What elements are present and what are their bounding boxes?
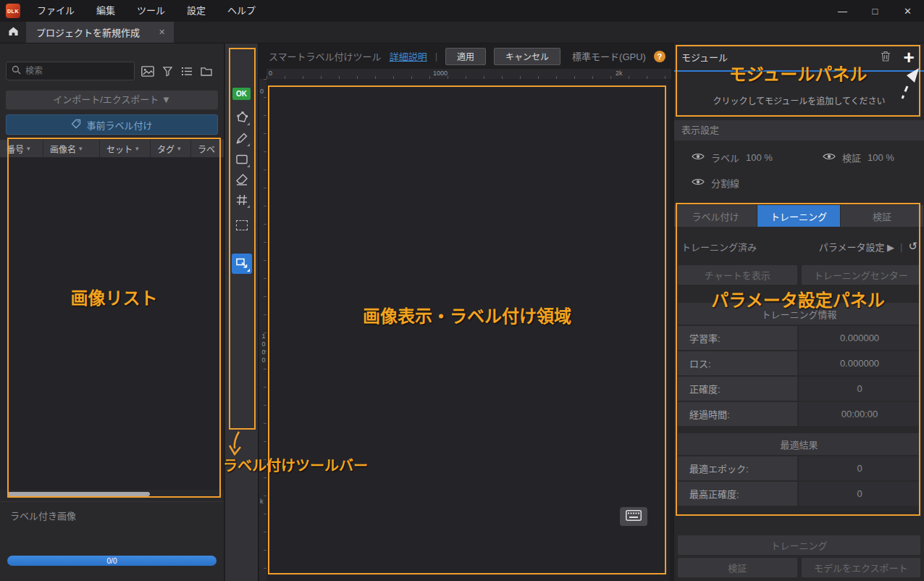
prelabel-button[interactable]: 事前ラベル付け <box>6 114 218 135</box>
cancel-button[interactable]: キャンセル <box>494 48 560 65</box>
label-visibility-text: ラベル <box>711 151 739 164</box>
training-info-table: トレーニング情報 学習率:0.000000 ロス:0.000000 正確度:0 … <box>678 303 920 427</box>
folder-icon[interactable] <box>201 67 212 76</box>
horizontal-scrollbar[interactable] <box>0 490 224 497</box>
image-filter-icon[interactable] <box>141 66 154 77</box>
verify-opacity-value[interactable]: 100 % <box>868 152 894 163</box>
search-row <box>6 62 219 80</box>
column-label: 番号 <box>7 143 24 155</box>
menu-edit[interactable]: 編集 <box>85 0 126 22</box>
smart-tool-toolbar: スマートラベル付けツール 詳細説明 | 適用 キャンセル 標準モード(GPU) … <box>259 43 673 69</box>
label-opacity-value[interactable]: 100 % <box>746 152 773 163</box>
marquee-tool-button[interactable] <box>232 215 252 235</box>
parameter-settings-link[interactable]: パラメータ設定 ▶ <box>819 240 894 254</box>
filter-arrow-icon[interactable]: ▾ <box>135 145 139 152</box>
tab-validation[interactable]: 検証 <box>841 205 924 227</box>
label-visibility-item[interactable]: ラベル 100 % <box>692 147 773 167</box>
prelabel-icon <box>71 119 81 131</box>
tab-close-icon[interactable]: ✕ <box>159 28 165 37</box>
filter-arrow-icon[interactable]: ▾ <box>177 145 181 152</box>
column-tag[interactable]: タグ▾ <box>151 140 191 157</box>
eye-icon[interactable] <box>692 177 705 188</box>
app-window: DLK ファイル 編集 ツール 設定 ヘルプ — □ ✕ プロジェクトを新規作成… <box>0 0 924 581</box>
divider-visibility-text: 分割線 <box>711 176 739 190</box>
image-table-header: 番号▾ 画像名▾ セット▾ タグ▾ ラベ <box>0 140 224 157</box>
delete-module-button[interactable] <box>878 48 894 67</box>
gpu-mode-label: 標準モード(GPU) <box>572 49 646 63</box>
search-input[interactable] <box>25 66 119 76</box>
validate-button[interactable]: 検証 <box>678 558 797 577</box>
scrollbar-thumb[interactable] <box>7 492 150 496</box>
filter-icon[interactable] <box>162 66 173 77</box>
show-chart-button[interactable]: チャートを表示 <box>678 265 797 285</box>
minimize-button[interactable]: — <box>826 0 859 22</box>
menu-tools[interactable]: ツール <box>126 0 176 22</box>
visibility-row-2: 分割線 <box>674 172 924 193</box>
row-label: 学習率: <box>678 326 797 350</box>
divider-visibility-item[interactable]: 分割線 <box>692 172 739 193</box>
rect-select-tool-button[interactable] <box>232 254 252 274</box>
flyout-corner-icon <box>247 205 250 208</box>
row-value: 0 <box>799 482 920 506</box>
shape-tool-button[interactable] <box>232 149 252 170</box>
display-settings-header: 表示設定 <box>674 120 924 141</box>
help-icon[interactable]: ? <box>654 51 665 62</box>
verify-visibility-item[interactable]: 検証 100 % <box>823 147 894 167</box>
row-value: 0 <box>799 377 920 401</box>
ok-badge[interactable]: OK <box>232 88 251 100</box>
polygon-tool-button[interactable] <box>232 107 252 128</box>
eraser-tool-button[interactable] <box>232 170 252 190</box>
list-view-icon[interactable] <box>181 67 193 76</box>
tab-label: プロジェクトを新規作成 <box>36 25 140 39</box>
column-number[interactable]: 番号▾ <box>0 140 43 157</box>
home-button[interactable] <box>0 22 26 43</box>
train-button[interactable]: トレーニング <box>678 535 920 555</box>
tab-labeling[interactable]: ラベル付け <box>674 205 757 227</box>
filter-arrow-icon[interactable]: ▾ <box>79 145 83 152</box>
ruler-tick-label: 1000 <box>433 70 448 77</box>
training-center-button[interactable]: トレーニングセンター <box>802 265 921 285</box>
toolbar-separator: | <box>435 51 437 62</box>
ruler-tick-label: 0 <box>269 70 272 77</box>
menu-help[interactable]: ヘルプ <box>217 0 266 22</box>
flyout-corner-icon <box>247 143 250 146</box>
module-title: モジュール <box>681 50 728 64</box>
column-image-name[interactable]: 画像名▾ <box>43 140 100 157</box>
column-label: タグ <box>157 143 175 155</box>
apply-button[interactable]: 適用 <box>445 48 486 65</box>
export-model-button[interactable]: モデルをエクスポート <box>802 558 921 577</box>
ruler-tick-label: k <box>260 498 264 505</box>
smart-pen-tool-button[interactable] <box>232 128 252 149</box>
maximize-button[interactable]: □ <box>859 0 891 22</box>
import-export-button[interactable]: インポート/エクスポート ▼ <box>6 91 218 109</box>
eye-icon[interactable] <box>823 152 836 163</box>
training-status-row: トレーニング済み パラメータ設定 ▶ | ↺ <box>674 235 924 257</box>
menu-file[interactable]: ファイル <box>26 0 85 22</box>
add-module-button[interactable]: + <box>898 46 920 68</box>
image-list-body[interactable] <box>0 157 224 490</box>
grid-tool-button[interactable] <box>232 190 252 210</box>
window-controls: — □ ✕ <box>826 0 924 22</box>
home-icon <box>8 26 19 38</box>
history-icon[interactable]: ↺ <box>908 240 917 253</box>
marquee-icon <box>236 220 248 230</box>
tab-training[interactable]: トレーニング <box>757 205 841 227</box>
tab-new-project[interactable]: プロジェクトを新規作成 ✕ <box>26 22 174 43</box>
table-row: 最適エポック:0 <box>678 456 920 480</box>
table-row: ロス:0.000000 <box>678 351 920 375</box>
list-view-options <box>141 66 212 77</box>
details-link[interactable]: 詳細説明 <box>390 49 427 63</box>
filter-arrow-icon[interactable]: ▾ <box>27 145 30 152</box>
labeling-canvas[interactable] <box>266 79 670 581</box>
smart-tool-label: スマートラベル付けツール <box>269 49 382 63</box>
eye-icon[interactable] <box>692 152 705 163</box>
column-set[interactable]: セット▾ <box>100 140 151 157</box>
column-labels[interactable]: ラベ <box>191 140 224 157</box>
search-box[interactable] <box>6 62 135 80</box>
training-info-header: トレーニング情報 <box>678 303 920 325</box>
keyboard-shortcuts-button[interactable] <box>620 507 647 526</box>
labeled-progressbar: 0/0 <box>7 556 217 566</box>
menu-settings[interactable]: 設定 <box>176 0 217 22</box>
close-button[interactable]: ✕ <box>891 0 924 22</box>
row-label: 経過時間: <box>678 402 797 426</box>
